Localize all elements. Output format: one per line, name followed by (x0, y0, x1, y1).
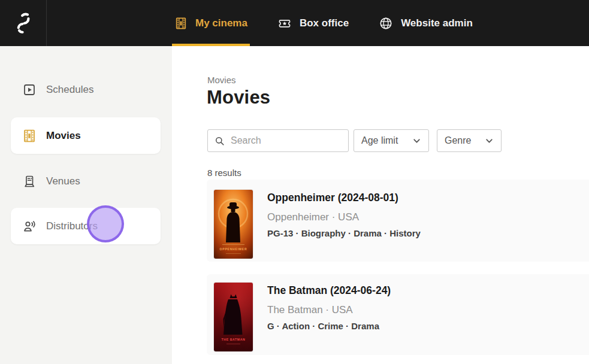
globe-icon (379, 16, 393, 31)
ticket-star-icon (277, 16, 292, 31)
the-batman-poster: THE BATMAN (214, 283, 253, 351)
sidebar-item-label: Movies (46, 130, 81, 142)
sidebar-item-schedules[interactable]: Schedules (11, 71, 161, 108)
tab-label: My cinema (195, 17, 247, 29)
brand-squiggle-logo-icon (14, 11, 32, 35)
genre-filter[interactable]: Genre (437, 129, 502, 152)
movie-tags: PG-13 · Biography · Drama · History (267, 228, 421, 238)
age-limit-label: Age limit (361, 135, 398, 146)
tab-label: Box office (300, 17, 349, 29)
svg-text:THE BATMAN: THE BATMAN (222, 338, 246, 341)
filter-row: Age limit Genre (207, 129, 502, 152)
tab-box-office[interactable]: Box office (275, 0, 351, 46)
oppenheimer-poster: OPPENHEIMER (214, 190, 253, 259)
sidebar-item-label: Venues (46, 175, 80, 187)
chevron-down-icon (412, 136, 421, 145)
sidebar-item-label: Distributors (46, 220, 98, 232)
results-count: 8 results (207, 168, 241, 178)
svg-text:OPPENHEIMER: OPPENHEIMER (220, 247, 247, 251)
movie-row-oppenheimer[interactable]: OPPENHEIMER Oppenheimer (2024-08-01) Opp… (207, 180, 589, 262)
movie-info: The Batman (2024-06-24) The Batman · USA… (267, 274, 391, 355)
sidebar-item-venues[interactable]: Venues (11, 163, 161, 199)
breadcrumb[interactable]: Movies (207, 75, 236, 85)
movie-subtitle: The Batman · USA (267, 304, 391, 316)
tab-website-admin[interactable]: Website admin (376, 0, 475, 46)
search-icon (214, 135, 225, 147)
topbar-tabs: My cinema Box office Web (172, 0, 500, 46)
age-limit-filter[interactable]: Age limit (354, 129, 429, 152)
genre-label: Genre (445, 135, 471, 146)
movie-row-the-batman[interactable]: THE BATMAN The Batman (2024-06-24) The B… (207, 274, 589, 355)
movie-title: The Batman (2024-06-24) (267, 284, 391, 297)
movie-tags: G · Action · Crime · Drama (267, 321, 391, 331)
movie-title: Oppenheimer (2024-08-01) (267, 192, 421, 204)
topbar: My cinema Box office Web (0, 0, 589, 46)
ticket-machine-icon (22, 174, 37, 189)
page-title: Movies (207, 87, 270, 108)
chevron-down-icon (485, 136, 494, 145)
sidebar-item-distributors[interactable]: Distributors (11, 208, 161, 244)
person-broadcast-icon (22, 219, 37, 233)
film-strip-icon (22, 129, 37, 143)
sidebar-item-movies[interactable]: Movies (11, 117, 161, 154)
tab-my-cinema[interactable]: My cinema (172, 0, 250, 46)
tab-label: Website admin (401, 17, 473, 29)
brand-logo[interactable] (0, 0, 47, 46)
search-box (207, 129, 349, 152)
sidebar: Schedules Movies (0, 46, 172, 364)
movie-info: Oppenheimer (2024-08-01) Oppenheimer · U… (267, 180, 421, 262)
play-square-icon (22, 83, 37, 97)
film-strip-icon (174, 17, 188, 30)
search-input[interactable] (231, 135, 342, 146)
sidebar-item-label: Schedules (46, 84, 93, 96)
main-content: Movies Movies Age limit Genre (172, 46, 589, 364)
movie-subtitle: Oppenheimer · USA (267, 211, 421, 223)
